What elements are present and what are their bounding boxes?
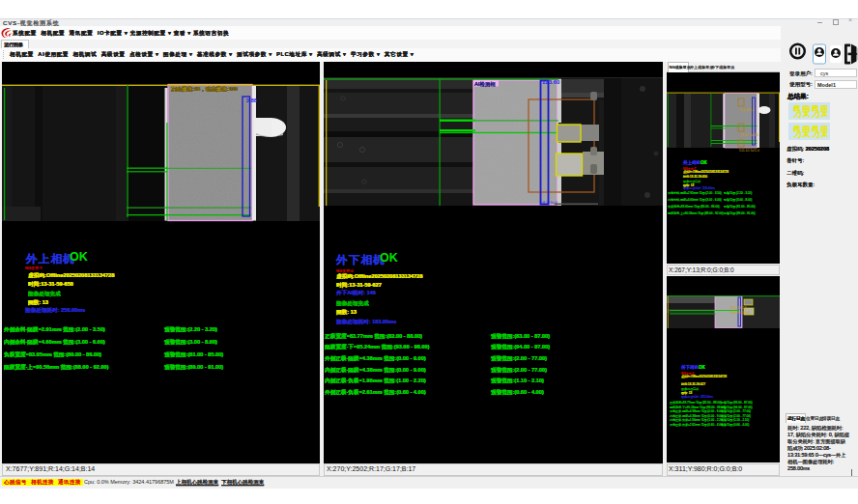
svg-text:123.60: 123.60 xyxy=(542,79,560,85)
svg-text:灰阶阈值:93，动态阈值:100: 灰阶阈值:93，动态阈值:100 xyxy=(170,85,237,92)
svg-text:AI检测框: AI检测框 xyxy=(474,80,496,87)
svg-text:TL8.10 6a,0: TL8.10 6a,0 xyxy=(539,201,558,205)
svg-text:13.07 5x/1.6: 13.07 5x/1.6 xyxy=(740,133,758,137)
svg-text:3.88: 3.88 xyxy=(246,98,258,103)
svg-text:3.6 480.4: 3.6 480.4 xyxy=(740,108,755,112)
svg-text:511.10 5x/1.0: 511.10 5x/1.0 xyxy=(739,149,759,153)
svg-text:855.4 62.3: 855.4 62.3 xyxy=(730,306,747,310)
svg-text:903.8 70.1x4: 903.8 70.1x4 xyxy=(730,311,750,315)
